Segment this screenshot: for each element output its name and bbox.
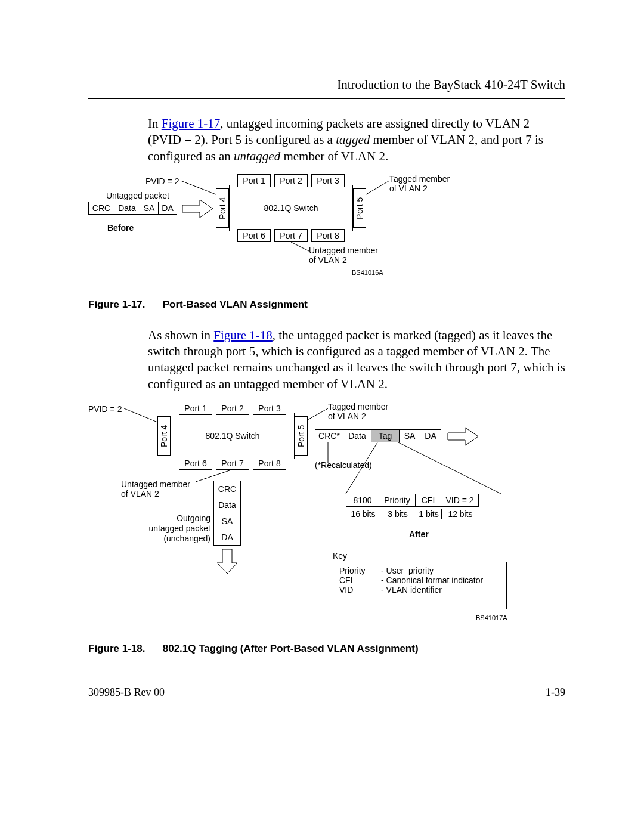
- tag-field-cfi: CFI: [415, 494, 441, 507]
- svg-line-6: [196, 470, 231, 482]
- svg-line-5: [308, 408, 328, 420]
- link-figure-1-17[interactable]: Figure 1-17: [162, 116, 221, 131]
- figure-code: BS41016A: [352, 269, 383, 276]
- port-5: Port 5: [295, 416, 308, 456]
- footer-rule: [88, 680, 565, 680]
- tagged-pkt-crc: CRC*: [315, 429, 343, 442]
- svg-line-9: [398, 442, 501, 494]
- svg-line-2: [366, 181, 389, 194]
- port-4: Port 4: [216, 188, 229, 228]
- tag-bits-1: 1 bits: [416, 509, 442, 519]
- pvid-label: PVID = 2: [145, 176, 179, 186]
- recalculated-label: (*Recalculated): [315, 460, 372, 470]
- switch-box: 802.1Q Switch: [229, 185, 353, 231]
- port-1: Port 1: [179, 402, 212, 415]
- pvid-label: PVID = 2: [88, 404, 122, 414]
- key-k3: VID: [339, 585, 381, 594]
- key-v1: - User_priority: [381, 566, 434, 575]
- link-figure-1-18[interactable]: Figure 1-18: [213, 328, 273, 342]
- outgoing-label-3: (unchanged): [148, 534, 210, 543]
- figure-1-17: PVID = 2 Untagged packet CRC Data SA DA …: [88, 176, 565, 293]
- page-header: Introduction to the BayStack 410-24T Swi…: [88, 78, 565, 92]
- figure-1-17-caption: Figure 1-17. Port-Based VLAN Assignment: [88, 299, 565, 311]
- switch-box: 802.1Q Switch: [171, 413, 295, 459]
- untagged-member-label: Untagged member of VLAN 2: [121, 479, 190, 498]
- port-2: Port 2: [216, 402, 249, 415]
- svg-line-4: [124, 408, 157, 422]
- tag-bits-12: 12 bits: [442, 509, 479, 519]
- paragraph-1: In Figure 1-17, untagged incoming packet…: [148, 116, 565, 165]
- page-footer: 309985-B Rev 00 1-39: [88, 680, 565, 699]
- after-label: After: [409, 529, 429, 539]
- svg-marker-10: [448, 428, 478, 445]
- untagged-member-label: Untagged member of VLAN 2: [309, 246, 378, 265]
- fig17-caption-num: Figure 1-17.: [88, 299, 160, 311]
- pkt-sa: SA: [140, 202, 159, 215]
- fig18-caption-txt: 802.1Q Tagging (After Port-Based VLAN As…: [163, 643, 419, 654]
- para1-mid3: member of VLAN 2.: [280, 149, 388, 163]
- pkt-crc: CRC: [88, 202, 114, 215]
- arrow-icon: [446, 426, 481, 447]
- port-5: Port 5: [353, 188, 366, 228]
- para1-untagged: untagged: [234, 149, 280, 163]
- port-4: Port 4: [157, 416, 171, 456]
- figure-code: BS41017A: [476, 614, 507, 621]
- tagged-member-label: Tagged member of VLAN 2: [389, 174, 450, 193]
- svg-marker-0: [182, 200, 213, 218]
- tag-field-8100: 8100: [346, 494, 379, 507]
- key-k1: Priority: [339, 566, 381, 575]
- port-3: Port 3: [311, 174, 345, 187]
- svg-line-3: [291, 242, 309, 251]
- port-3: Port 3: [253, 402, 286, 415]
- paragraph-2: As shown in Figure 1-18, the untagged pa…: [148, 327, 565, 392]
- vpkt-da: DA: [213, 529, 241, 546]
- before-label: Before: [107, 223, 134, 233]
- fig17-caption-txt: Port-Based VLAN Assignment: [163, 299, 308, 310]
- tag-bits-16: 16 bits: [346, 509, 380, 519]
- fig18-caption-num: Figure 1-18.: [88, 643, 160, 655]
- arrow-icon: [181, 198, 215, 219]
- outgoing-label-1: Outgoing: [148, 513, 210, 523]
- tagged-pkt-da: DA: [420, 429, 441, 442]
- port-7: Port 7: [274, 229, 308, 242]
- key-box: Priority- User_priority CFI- Canonical f…: [333, 562, 507, 609]
- header-rule: [88, 98, 565, 99]
- tagged-pkt-tag: Tag: [371, 429, 400, 442]
- footer-right: 1-39: [546, 686, 565, 699]
- key-v3: - VLAN identifier: [381, 585, 442, 594]
- port-7: Port 7: [216, 457, 249, 470]
- pkt-data: Data: [114, 202, 140, 215]
- key-k2: CFI: [339, 575, 381, 585]
- key-title: Key: [333, 551, 347, 561]
- tag-bits-3: 3 bits: [380, 509, 416, 519]
- para2-pre: As shown in: [148, 328, 213, 342]
- tag-field-priority: Priority: [379, 494, 416, 507]
- tagged-pkt-sa: SA: [399, 429, 420, 442]
- svg-marker-11: [217, 549, 237, 574]
- untagged-packet-label: Untagged packet: [106, 191, 169, 200]
- arrow-down-icon: [215, 547, 239, 576]
- tagged-member-label: Tagged member of VLAN 2: [328, 402, 388, 421]
- vpkt-sa: SA: [213, 513, 241, 529]
- svg-line-1: [181, 181, 216, 194]
- para1-tagged: tagged: [336, 132, 370, 147]
- port-8: Port 8: [253, 457, 286, 470]
- port-2: Port 2: [274, 174, 308, 187]
- port-6: Port 6: [237, 229, 271, 242]
- figure-1-18-caption: Figure 1-18. 802.1Q Tagging (After Port-…: [88, 643, 565, 655]
- key-v2: - Canonical format indicator: [381, 575, 483, 585]
- figure-1-18: PVID = 2 802.1Q Switch Port 4 Port 5 Por…: [88, 404, 565, 637]
- pkt-da: DA: [158, 202, 177, 215]
- port-6: Port 6: [179, 457, 212, 470]
- tag-field-vid: VID = 2: [441, 494, 479, 507]
- port-1: Port 1: [237, 174, 271, 187]
- para1-pre: In: [148, 116, 162, 131]
- tagged-pkt-data: Data: [343, 429, 371, 442]
- vpkt-data: Data: [213, 497, 241, 513]
- vpkt-crc: CRC: [213, 481, 241, 497]
- footer-left: 309985-B Rev 00: [88, 686, 165, 699]
- port-8: Port 8: [311, 229, 345, 242]
- outgoing-label-2: untagged packet: [142, 524, 210, 533]
